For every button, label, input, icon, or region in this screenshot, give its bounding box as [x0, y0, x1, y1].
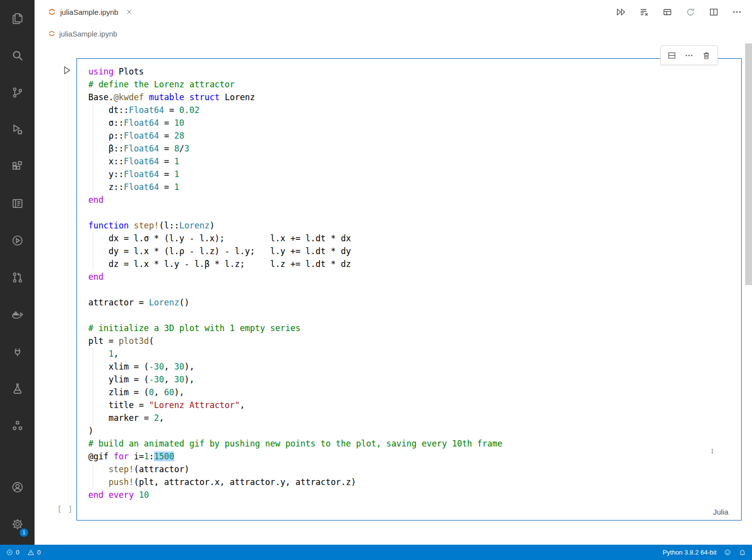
code-line: end	[88, 270, 737, 283]
activity-bar-item-settings[interactable]: 1	[0, 506, 35, 543]
code-line: 1,	[88, 347, 737, 360]
breadcrumb[interactable]: juliaSample.ipynb	[35, 24, 752, 43]
delete-button[interactable]	[702, 51, 711, 60]
tab-juliasample[interactable]: juliaSample.ipynb	[35, 0, 140, 24]
activity-bar-item-test-flask[interactable]	[0, 370, 35, 407]
tab-bar: juliaSample.ipynb	[35, 0, 752, 24]
code-line: dz = l.x * l.y - l.β * l.z; l.z += l.dt …	[88, 258, 737, 270]
notebook-editor: [ ] using Plots# define the Lorenz attra…	[35, 43, 752, 545]
docker-icon	[11, 308, 24, 321]
python-interpreter[interactable]: Python 3.8.2 64-bit	[663, 549, 716, 556]
clear-outputs-icon	[639, 7, 649, 17]
notebook-cell[interactable]: using Plots# define the Lorenz attractor…	[76, 58, 742, 521]
activity-bar: 1	[0, 0, 35, 545]
error-icon	[6, 549, 13, 556]
code-line: step!(attractor)	[88, 463, 737, 476]
explorer-icon	[11, 12, 24, 25]
more-actions-button[interactable]	[732, 7, 742, 17]
code-line: xlim = (-30, 30),	[88, 360, 737, 373]
mouse-cursor-ibeam	[709, 446, 715, 456]
code-line: marker = 2,	[88, 411, 737, 424]
search-icon	[11, 49, 24, 62]
feedback-icon[interactable]	[724, 549, 731, 556]
code-line: β::Float64 = 8/3	[88, 142, 737, 155]
activity-bar-item-search[interactable]	[0, 37, 35, 74]
warning-count: 0	[37, 549, 40, 556]
code-line: end	[88, 193, 737, 206]
cell-language-picker[interactable]: Julia	[713, 508, 728, 516]
activity-bar-item-notebook[interactable]	[0, 185, 35, 222]
warning-icon	[27, 549, 35, 556]
activity-bar-item-pull-request[interactable]	[0, 259, 35, 296]
extensions-icon	[11, 160, 24, 173]
run-circle-icon	[11, 234, 24, 247]
code-line: )	[88, 424, 737, 437]
editor-scrollbar[interactable]	[745, 43, 752, 285]
error-count: 0	[16, 549, 19, 556]
execution-count: [ ]	[57, 505, 74, 514]
code-line: ρ::Float64 = 28	[88, 129, 737, 142]
remote-icon	[11, 345, 24, 358]
code-line: attractor = Lorenz()	[88, 296, 737, 309]
settings-badge: 1	[20, 528, 28, 537]
activity-bar-item-organization[interactable]	[0, 407, 35, 444]
code-line	[88, 309, 737, 322]
code-line: ylim = (-30, 30),	[88, 373, 737, 386]
more-actions-icon	[732, 7, 742, 17]
delete-icon	[702, 51, 711, 60]
code-line: dt::Float64 = 0.02	[88, 104, 737, 116]
notebook-icon	[11, 197, 24, 210]
code-line: z::Float64 = 1	[88, 181, 737, 193]
code-line: push!(plt, attractor.x, attractor.y, att…	[88, 476, 737, 488]
organization-icon	[11, 419, 24, 432]
tab-title: juliaSample.ipynb	[60, 8, 118, 16]
code-line: dx = l.σ * (l.y - l.x); l.x += l.dt * dx	[88, 232, 737, 245]
code-line: # define the Lorenz attractor	[88, 78, 737, 91]
run-cell-button[interactable]	[61, 65, 73, 76]
test-flask-icon	[11, 382, 24, 395]
pull-request-icon	[11, 271, 24, 284]
play-icon	[61, 65, 73, 76]
jupyter-icon	[48, 30, 56, 37]
bell-icon[interactable]	[739, 549, 746, 556]
code-line: Base.@kwdef mutable struct Lorenz	[88, 91, 737, 104]
activity-bar-item-run-circle[interactable]	[0, 222, 35, 259]
split-editor-icon	[709, 7, 719, 17]
status-bar: 0 0 Python 3.8.2 64-bit	[0, 545, 752, 560]
run-debug-icon	[11, 123, 24, 136]
code-line: y::Float64 = 1	[88, 168, 737, 181]
activity-bar-item-run-debug[interactable]	[0, 111, 35, 148]
activity-bar-item-source-control[interactable]	[0, 74, 35, 111]
variables-icon	[662, 7, 673, 17]
code-line: using Plots	[88, 65, 737, 78]
variables-button[interactable]	[662, 7, 673, 17]
clear-outputs-button[interactable]	[639, 7, 649, 17]
more-actions-button[interactable]	[684, 51, 694, 60]
split-cell-button[interactable]	[667, 51, 677, 60]
restart-button[interactable]	[685, 7, 696, 17]
code-line: # initialize a 3D plot with 1 empty seri…	[88, 322, 737, 335]
cell-code-editor[interactable]: using Plots# define the Lorenz attractor…	[77, 59, 741, 520]
run-all-button[interactable]	[616, 7, 626, 17]
activity-bar-item-explorer[interactable]	[0, 0, 35, 37]
activity-bar-item-remote[interactable]	[0, 333, 35, 370]
code-line	[88, 283, 737, 296]
split-editor-button[interactable]	[709, 7, 719, 17]
code-line: x::Float64 = 1	[88, 155, 737, 168]
editor-toolbar	[616, 7, 752, 17]
problems-indicator[interactable]: 0 0	[6, 549, 40, 556]
close-icon[interactable]	[125, 8, 133, 16]
source-control-icon	[11, 86, 24, 99]
activity-bar-item-extensions[interactable]	[0, 148, 35, 185]
restart-icon	[685, 7, 696, 17]
more-actions-icon	[684, 51, 694, 60]
code-line: @gif for i=1:1500	[88, 450, 737, 463]
code-line: σ::Float64 = 10	[88, 116, 737, 129]
split-cell-icon	[667, 51, 677, 60]
jupyter-icon	[47, 7, 56, 16]
activity-bar-item-docker[interactable]	[0, 296, 35, 333]
account-icon	[11, 481, 24, 494]
activity-bar-item-account[interactable]	[0, 469, 35, 506]
code-line: end every 10	[88, 488, 737, 501]
breadcrumb-file: juliaSample.ipynb	[59, 30, 117, 38]
